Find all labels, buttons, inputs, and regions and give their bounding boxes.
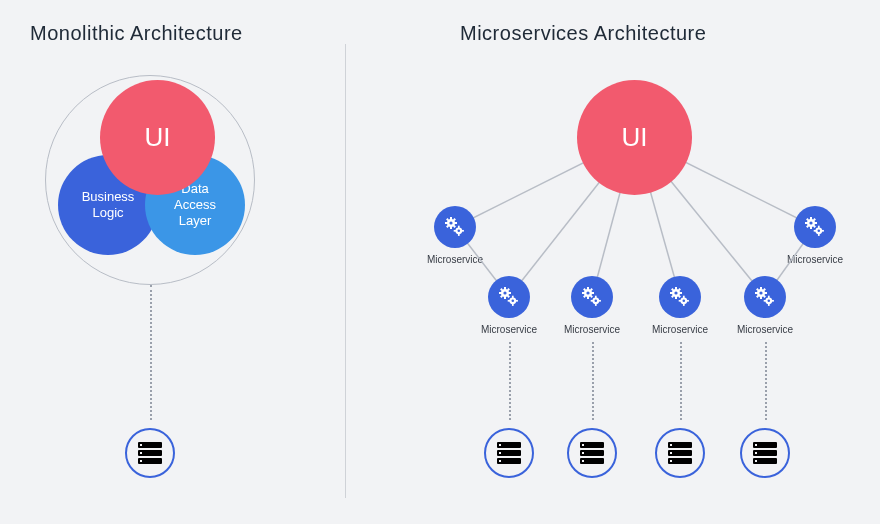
microservice-node-4 (571, 276, 613, 318)
gears-icon (753, 285, 777, 309)
micro-server-2 (567, 428, 617, 478)
micro-server-1 (484, 428, 534, 478)
server-icon (668, 442, 692, 464)
micro-server-3 (655, 428, 705, 478)
microservice-node-2 (794, 206, 836, 248)
microservice-node-6 (744, 276, 786, 318)
mono-business-label: Business Logic (82, 189, 135, 222)
gears-icon (668, 285, 692, 309)
micro-dotted-2 (592, 342, 594, 420)
mono-title: Monolithic Architecture (30, 22, 243, 45)
gears-icon (497, 285, 521, 309)
micro-ui-circle: UI (577, 80, 692, 195)
mono-ui-circle: UI (100, 80, 215, 195)
microservice-label-5: Microservice (640, 324, 720, 335)
mono-server-node (125, 428, 175, 478)
gears-icon (803, 215, 827, 239)
server-icon (753, 442, 777, 464)
microservice-label-4: Microservice (552, 324, 632, 335)
micro-dotted-1 (509, 342, 511, 420)
micro-dotted-3 (680, 342, 682, 420)
microservice-label-1: Microservice (415, 254, 495, 265)
micro-title: Microservices Architecture (460, 22, 706, 45)
microservice-label-6: Microservice (725, 324, 805, 335)
divider (345, 44, 346, 498)
microservice-label-3: Microservice (469, 324, 549, 335)
microservice-node-1 (434, 206, 476, 248)
micro-server-4 (740, 428, 790, 478)
microservice-node-5 (659, 276, 701, 318)
server-icon (138, 442, 162, 464)
server-icon (580, 442, 604, 464)
microservice-node-3 (488, 276, 530, 318)
gears-icon (580, 285, 604, 309)
micro-dotted-4 (765, 342, 767, 420)
mono-dotted-line (150, 285, 152, 420)
gears-icon (443, 215, 467, 239)
server-icon (497, 442, 521, 464)
microservice-label-2: Microservice (775, 254, 855, 265)
